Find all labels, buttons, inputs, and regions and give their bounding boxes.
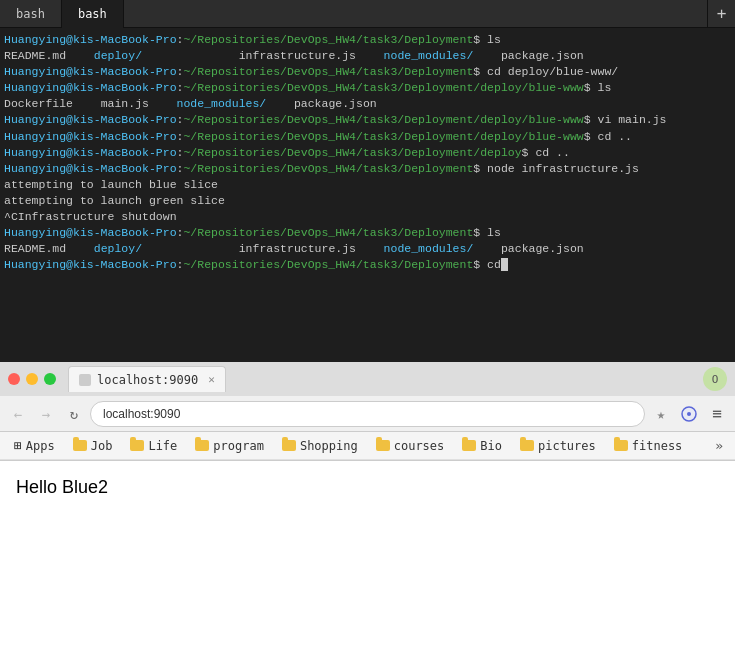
- browser-user-avatar[interactable]: O: [703, 367, 727, 391]
- terminal-line: Huangying@kis-MacBook-Pro:~/Repositories…: [4, 257, 731, 273]
- folder-icon: [462, 440, 476, 451]
- terminal-tab-2[interactable]: bash: [62, 0, 124, 28]
- terminal-tab-bar: bash bash +: [0, 0, 735, 28]
- terminal-line: README.md deploy/ infrastructure.js node…: [4, 241, 731, 257]
- browser-tab[interactable]: localhost:9090 ✕: [68, 366, 226, 392]
- extensions-icon[interactable]: [677, 402, 701, 426]
- address-bar-row: ← → ↻ ★ ≡: [0, 396, 735, 432]
- bookmark-program-label: program: [213, 439, 264, 453]
- folder-icon: [282, 440, 296, 451]
- window-minimize-button[interactable]: [26, 373, 38, 385]
- terminal-line: ^CInfrastructure shutdown: [4, 209, 731, 225]
- bookmark-fitness-label: fitness: [632, 439, 683, 453]
- browser-tab-label: localhost:9090: [97, 373, 198, 387]
- bookmark-courses[interactable]: courses: [368, 437, 453, 455]
- bookmarks-more-button[interactable]: »: [709, 436, 729, 455]
- terminal-line: attempting to launch blue slice: [4, 177, 731, 193]
- bookmark-shopping-label: Shopping: [300, 439, 358, 453]
- terminal-line: Huangying@kis-MacBook-Pro:~/Repositories…: [4, 80, 731, 96]
- terminal-container: bash bash + Huangying@kis-MacBook-Pro:~/…: [0, 0, 735, 362]
- bookmark-courses-label: courses: [394, 439, 445, 453]
- window-maximize-button[interactable]: [44, 373, 56, 385]
- page-heading: Hello Blue2: [16, 477, 719, 498]
- back-button[interactable]: ←: [6, 402, 30, 426]
- terminal-line: Huangying@kis-MacBook-Pro:~/Repositories…: [4, 64, 731, 80]
- terminal-line: README.md deploy/ infrastructure.js node…: [4, 48, 731, 64]
- window-controls: [8, 373, 56, 385]
- terminal-add-tab-button[interactable]: +: [707, 0, 735, 28]
- browser-page-content: Hello Blue2: [0, 461, 735, 653]
- svg-point-1: [687, 412, 691, 416]
- folder-icon: [520, 440, 534, 451]
- browser-tab-close[interactable]: ✕: [208, 373, 215, 386]
- terminal-line: Huangying@kis-MacBook-Pro:~/Repositories…: [4, 112, 731, 128]
- browser-user-initial: O: [712, 373, 719, 386]
- bookmark-life-label: Life: [148, 439, 177, 453]
- bookmark-bio-label: Bio: [480, 439, 502, 453]
- refresh-button[interactable]: ↻: [62, 402, 86, 426]
- browser-tab-row: localhost:9090 ✕ O: [0, 362, 735, 396]
- folder-icon: [73, 440, 87, 451]
- forward-button[interactable]: →: [34, 402, 58, 426]
- address-bar-input[interactable]: [90, 401, 645, 427]
- terminal-output[interactable]: Huangying@kis-MacBook-Pro:~/Repositories…: [0, 28, 735, 362]
- bookmark-pictures[interactable]: pictures: [512, 437, 604, 455]
- terminal-line: Huangying@kis-MacBook-Pro:~/Repositories…: [4, 161, 731, 177]
- browser-container: localhost:9090 ✕ O ← → ↻ ★: [0, 362, 735, 653]
- terminal-line: Dockerfile main.js node_modules/ package…: [4, 96, 731, 112]
- bookmark-job-label: Job: [91, 439, 113, 453]
- bookmark-apps[interactable]: ⊞ Apps: [6, 436, 63, 455]
- terminal-line: attempting to launch green slice: [4, 193, 731, 209]
- folder-icon: [614, 440, 628, 451]
- terminal-line: Huangying@kis-MacBook-Pro:~/Repositories…: [4, 225, 731, 241]
- bookmark-shopping[interactable]: Shopping: [274, 437, 366, 455]
- folder-icon: [376, 440, 390, 451]
- bookmark-pictures-label: pictures: [538, 439, 596, 453]
- bookmark-life[interactable]: Life: [122, 437, 185, 455]
- terminal-tab-2-label: bash: [78, 7, 107, 21]
- terminal-tab-1-label: bash: [16, 7, 45, 21]
- folder-icon: [130, 440, 144, 451]
- bookmark-job[interactable]: Job: [65, 437, 121, 455]
- bookmark-program[interactable]: program: [187, 437, 272, 455]
- menu-icon[interactable]: ≡: [705, 402, 729, 426]
- terminal-tab-1[interactable]: bash: [0, 0, 62, 28]
- browser-chrome: localhost:9090 ✕ O ← → ↻ ★: [0, 362, 735, 461]
- bookmark-bio[interactable]: Bio: [454, 437, 510, 455]
- window-close-button[interactable]: [8, 373, 20, 385]
- terminal-line: Huangying@kis-MacBook-Pro:~/Repositories…: [4, 145, 731, 161]
- terminal-line: Huangying@kis-MacBook-Pro:~/Repositories…: [4, 32, 731, 48]
- bookmark-fitness[interactable]: fitness: [606, 437, 691, 455]
- terminal-line: Huangying@kis-MacBook-Pro:~/Repositories…: [4, 129, 731, 145]
- tab-favicon-icon: [79, 374, 91, 386]
- bookmark-star-icon[interactable]: ★: [649, 402, 673, 426]
- folder-icon: [195, 440, 209, 451]
- bookmark-apps-label: Apps: [26, 439, 55, 453]
- bookmarks-bar: ⊞ Apps Job Life program Shopping cour: [0, 432, 735, 460]
